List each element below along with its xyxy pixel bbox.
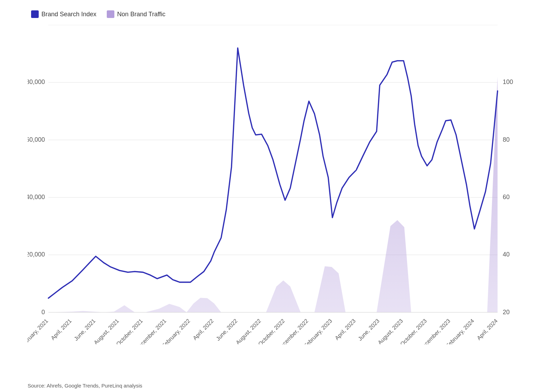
svg-text:0: 0 — [41, 308, 45, 316]
svg-text:60,000: 60,000 — [28, 136, 45, 143]
xlabel-2: June, 2021 — [73, 318, 97, 342]
svg-text:20,000: 20,000 — [28, 251, 45, 258]
svg-text:80: 80 — [503, 136, 510, 143]
xlabel-19: April, 2024 — [475, 318, 499, 341]
main-svg: 0 20,000 40,000 60,000 80,000 20 40 60 8… — [28, 25, 527, 344]
nonbrand-area — [48, 77, 498, 312]
xlabel-0: February, 2021 — [28, 318, 49, 344]
svg-text:100: 100 — [503, 78, 513, 85]
svg-text:80,000: 80,000 — [28, 78, 45, 85]
svg-text:60: 60 — [503, 193, 510, 200]
brand-line — [48, 48, 498, 298]
svg-text:20: 20 — [503, 308, 510, 316]
svg-text:40: 40 — [503, 251, 510, 258]
brand-legend-item: Brand Search Index — [31, 10, 96, 18]
chart-area: 0 20,000 40,000 60,000 80,000 20 40 60 8… — [28, 25, 527, 344]
source-citation: Source: Ahrefs, Google Trends, PureLinq … — [28, 383, 142, 389]
nonbrand-legend-label: Non Brand Traffic — [117, 11, 166, 18]
chart-container: Brand Search Index Non Brand Traffic 0 2… — [0, 0, 548, 392]
brand-legend-label: Brand Search Index — [41, 11, 96, 18]
xlabel-8: June, 2022 — [215, 318, 239, 342]
brand-legend-icon — [31, 10, 39, 18]
svg-text:40,000: 40,000 — [28, 193, 45, 200]
xlabel-1: April, 2021 — [49, 318, 73, 341]
xlabel-15: August, 2023 — [377, 318, 404, 344]
chart-legend: Brand Search Index Non Brand Traffic — [28, 10, 527, 18]
xlabel-3: August, 2021 — [93, 318, 120, 344]
xlabel-9: August, 2022 — [235, 318, 262, 344]
nonbrand-legend-icon — [107, 10, 114, 18]
nonbrand-legend-item: Non Brand Traffic — [107, 10, 166, 18]
xlabel-14: June, 2023 — [357, 318, 381, 342]
xlabel-7: April, 2022 — [191, 318, 215, 341]
xlabel-13: April, 2023 — [333, 318, 357, 341]
